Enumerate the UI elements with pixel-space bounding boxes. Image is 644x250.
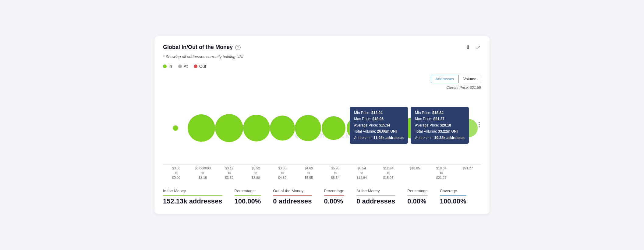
- bubble-col-9: [400, 92, 424, 165]
- bubble-2: [215, 114, 243, 142]
- legend-label-in: In: [168, 64, 172, 69]
- legend-dot-at: [178, 64, 182, 68]
- bubble-col-7: [346, 92, 370, 165]
- bubble-wrapper-7: [346, 92, 370, 165]
- x-label-9: $18.05: [402, 166, 428, 180]
- stat-col-at-money: At the Money 0 addresses: [356, 189, 395, 205]
- stat-col-at-pct: Percentage 0.00%: [407, 189, 428, 205]
- legend-label-at: At: [184, 64, 188, 69]
- bubble-wrapper-5: [295, 92, 321, 165]
- stat-label-out-pct: Percentage: [324, 189, 345, 193]
- bubble-col-10: [424, 92, 456, 165]
- x-labels: $0.00to$0.00 $0.000000to$3.19 $3.19to$3.…: [163, 166, 481, 180]
- download-button[interactable]: ⬇: [465, 43, 471, 51]
- stat-underline-in-pct: [235, 195, 261, 196]
- x-label-11: $21.27: [455, 166, 481, 180]
- addresses-button[interactable]: Addresses: [431, 75, 458, 83]
- bubble-6: [322, 116, 345, 140]
- stat-value-at-money: 0 addresses: [356, 197, 395, 205]
- three-dots-menu[interactable]: [477, 121, 481, 129]
- stat-col-out-pct: Percentage 0.00%: [324, 189, 345, 205]
- bubble-wrapper-2: [215, 92, 243, 165]
- title-group: Global In/Out of the Money ?: [163, 44, 241, 50]
- bubble-5: [295, 115, 321, 141]
- bubble-col-8: [371, 92, 400, 165]
- stat-col-in-pct: Percentage 100.00%: [235, 189, 261, 205]
- stat-value-in-pct: 100.00%: [235, 197, 261, 205]
- bubble-1: [188, 114, 215, 142]
- stat-value-out-pct: 0.00%: [324, 197, 345, 205]
- x-label-0: $0.00to$0.00: [163, 166, 189, 180]
- help-icon[interactable]: ?: [235, 45, 241, 50]
- main-card: Global In/Out of the Money ? ⬇ ⤢ * Showi…: [154, 36, 490, 214]
- stat-label-at-money: At the Money: [356, 189, 395, 193]
- stat-underline-in-money: [163, 195, 222, 196]
- bubble-wrapper-9: [400, 92, 424, 165]
- stat-label-in-money: In the Money: [163, 189, 222, 193]
- stat-underline-at-money: [356, 195, 395, 196]
- legend-dot-in: [163, 64, 167, 68]
- bubble-col-1: [188, 92, 215, 165]
- bubble-7: [347, 116, 370, 140]
- bubble-col-0: [163, 92, 188, 165]
- bubble-wrapper-1: [188, 92, 215, 165]
- bubble-10: [424, 112, 456, 144]
- chart-controls: Addresses Volume: [163, 75, 481, 83]
- chart-divider: [163, 165, 481, 165]
- stat-col-in-money: In the Money 152.13k addresses: [163, 189, 222, 205]
- stat-underline-out-pct: [324, 195, 345, 196]
- stat-label-at-pct: Percentage: [407, 189, 428, 193]
- bubble-11: [459, 119, 478, 137]
- bubble-8: [371, 113, 400, 142]
- bubble-4: [270, 116, 295, 141]
- bubble-0: [173, 125, 178, 131]
- subtitle: * Showing all addresses currently holdin…: [163, 54, 481, 59]
- stat-underline-at-pct: [407, 195, 428, 196]
- chart-container: ◈ intotheblock: [163, 92, 481, 180]
- legend-item-at: At: [178, 64, 188, 69]
- x-label-10: $18.84to$21.27: [428, 166, 455, 180]
- legend-dot-out: [194, 64, 197, 68]
- stat-value-in-money: 152.13k addresses: [163, 197, 222, 205]
- stat-label-in-pct: Percentage: [235, 189, 261, 193]
- x-label-2: $3.19to$3.52: [216, 166, 242, 180]
- bubble-col-6: [321, 92, 346, 165]
- stat-label-coverage: Coverage: [440, 189, 466, 193]
- stat-value-at-pct: 0.00%: [407, 197, 428, 205]
- chart-area: Min Price: $12.94 Max Price: $18.05 Aver…: [163, 92, 481, 165]
- x-label-6: $5.95to$8.54: [322, 166, 349, 180]
- bubble-col-5: [295, 92, 321, 165]
- stats-section: In the Money 152.13k addresses Percentag…: [163, 189, 481, 205]
- card-header: Global In/Out of the Money ? ⬇ ⤢: [163, 43, 481, 51]
- expand-button[interactable]: ⤢: [475, 43, 481, 51]
- bubble-wrapper-10: [424, 92, 456, 165]
- header-actions: ⬇ ⤢: [465, 43, 481, 51]
- stat-value-coverage: 100.00%: [440, 197, 466, 205]
- volume-button[interactable]: Volume: [459, 75, 481, 83]
- current-price-label: Current Price: $21.59: [163, 85, 481, 90]
- stat-underline-coverage: [440, 195, 466, 196]
- bubble-col-4: [270, 92, 295, 165]
- legend-label-out: Out: [199, 64, 206, 69]
- dot-v-3: [479, 126, 480, 127]
- legend-item-out: Out: [194, 64, 206, 69]
- x-label-4: $3.88to$4.69: [269, 166, 295, 180]
- stat-label-out-money: Out of the Money: [273, 189, 312, 193]
- dot-v-2: [479, 124, 480, 125]
- x-label-3: $3.52to$3.88: [242, 166, 269, 180]
- dot-v-1: [479, 122, 480, 123]
- bubble-wrapper-4: [270, 92, 295, 165]
- stat-col-coverage: Coverage 100.00%: [440, 189, 466, 205]
- stat-underline-out-money: [273, 195, 312, 196]
- legend-item-in: In: [163, 64, 172, 69]
- bubble-9: [402, 118, 422, 138]
- bubble-wrapper-3: [243, 92, 270, 165]
- bubble-3: [243, 115, 270, 141]
- x-label-1: $0.000000to$3.19: [189, 166, 216, 180]
- bubble-wrapper-0: [163, 92, 188, 165]
- card-title: Global In/Out of the Money: [163, 44, 233, 50]
- x-label-7: $8.54to$12.94: [349, 166, 375, 180]
- stat-value-out-money: 0 addresses: [273, 197, 312, 205]
- stat-col-out-money: Out of the Money 0 addresses: [273, 189, 312, 205]
- bubble-col-2: [215, 92, 243, 165]
